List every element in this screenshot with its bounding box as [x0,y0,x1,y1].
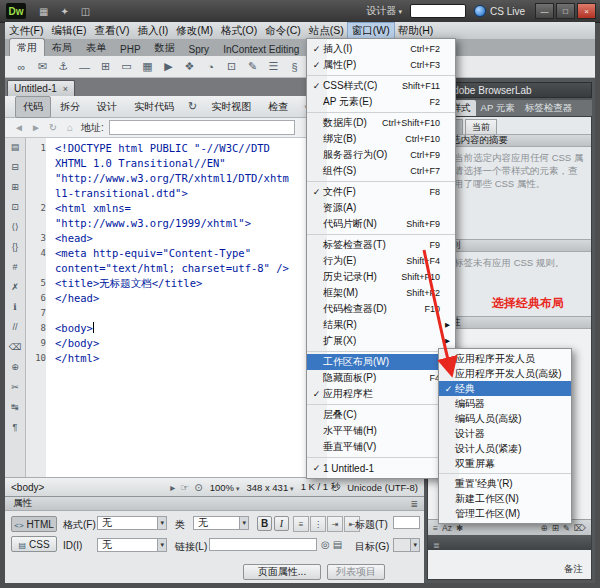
table-icon[interactable]: ⊞ [97,58,114,75]
link-input[interactable] [209,538,317,551]
ordered-list-icon[interactable]: ⋮ [310,516,326,532]
line-numbers-icon[interactable]: # [12,262,17,273]
menu-item[interactable]: 层叠(C) [307,407,455,423]
id-select[interactable]: 无 [97,538,167,552]
menu-item[interactable]: 行为(E) Shift+F4 [307,253,455,269]
menu-item[interactable]: 重置'经典'(R) [439,476,571,491]
menu-item[interactable]: 垂直平铺(V) [307,439,455,455]
browse-folder-icon[interactable]: ▤ [333,539,342,550]
class-select[interactable]: 无 [193,516,249,530]
show-set-properties-icon[interactable]: ✱ [456,523,463,533]
hyperlink-icon[interactable]: ∞ [13,58,30,75]
info-bar-icon[interactable]: ℹ [13,302,16,313]
cs-live-button[interactable]: CS Live [474,5,525,17]
menu-item[interactable]: 编码器 [439,396,571,411]
menubar-item[interactable]: 插入(I) [133,23,172,39]
menu-item[interactable]: 设计人员(紧凑) [439,441,571,456]
horizontal-rule-icon[interactable]: — [76,58,93,75]
indent-icon[interactable]: ⇥ [327,516,343,532]
menubar-item[interactable]: 查看(V) [90,23,133,39]
menu-item[interactable]: 应用程序开发人员 [439,351,571,366]
maximize-button[interactable]: □ [556,3,575,19]
attach-stylesheet-icon[interactable]: ⊕ [541,523,548,533]
title-input[interactable] [393,516,420,529]
menubar-item[interactable]: 帮助(H) [394,23,438,39]
insert-category-tab[interactable]: Spry [182,42,217,56]
menubar-item[interactable]: 格式(O) [217,23,261,39]
search-input[interactable] [410,4,466,18]
unordered-list-icon[interactable]: ≡ [293,516,309,532]
apply-comment-icon[interactable]: // [12,322,17,333]
bold-button[interactable]: B [257,516,272,531]
menu-item[interactable]: ✓ 属性(P) Ctrl+F3 [307,57,455,73]
address-input[interactable] [109,120,295,135]
view-mode-button[interactable]: 检查 [260,96,296,118]
view-mode-button[interactable]: 拆分 [52,96,88,118]
menu-item[interactable]: 双重屏幕 [439,456,571,471]
properties-panel-header[interactable]: 属性 [5,497,424,511]
recent-snippets-icon[interactable]: ✂ [11,382,19,393]
script-icon[interactable]: § [286,58,303,75]
menu-item[interactable]: 绑定(B) Ctrl+F10 [307,131,455,147]
site-icon[interactable]: ◫ [75,6,96,17]
workspace-switcher[interactable]: 设计器 [367,4,402,18]
layout-switcher-icon[interactable]: ▦ [33,6,54,17]
view-mode-button[interactable]: 代码 [15,96,51,118]
menu-item[interactable]: 管理工作区(M) [439,506,571,521]
menu-item[interactable]: 历史记录(H) Shift+F10 [307,269,455,285]
panel-tab[interactable]: AP 元素 [476,100,520,116]
menu-item[interactable]: ✓ 1 Untitled-1 [307,460,455,476]
menu-item[interactable]: 应用程序开发人员(高级) [439,366,571,381]
menu-item[interactable]: 服务器行为(O) Ctrl+F9 [307,147,455,163]
list-item-button[interactable]: 列表项目 [327,564,385,580]
view-mode-button[interactable]: 设计 [89,96,125,118]
show-category-view-icon[interactable]: ≡ [433,523,438,533]
menu-item[interactable]: ✓ 经典 [439,381,571,396]
menu-item[interactable]: 工作区布局(W) ▶ [307,354,455,370]
forward-icon[interactable]: ► [30,122,42,133]
format-select[interactable]: 无 [97,516,167,530]
menu-item[interactable]: 隐藏面板(P) F4 [307,370,455,386]
view-mode-button[interactable]: 实时视图 [203,96,259,118]
widget-icon[interactable]: ❖ [181,58,198,75]
insert-category-tab[interactable]: InContext Editing [216,42,306,56]
select-tool-icon[interactable]: ▸ [170,482,175,493]
head-icon[interactable]: ☰ [265,58,282,75]
delete-rule-icon[interactable]: ⌦ [574,523,586,533]
menu-item[interactable]: 资源(A) [307,200,455,216]
insert-category-tab[interactable]: PHP [113,42,148,56]
collapsed-panel-header[interactable] [428,535,591,550]
window-size-select[interactable]: 348 x 431 [246,482,293,493]
panel-menu-icon[interactable] [410,498,418,509]
italic-button[interactable]: I [274,516,289,531]
menu-item[interactable]: 结果(R) ▶ [307,317,455,333]
menubar-item[interactable]: 文件(F) [5,23,47,39]
date-icon[interactable]: ◔ [202,58,219,75]
menu-item[interactable]: 新建工作区(N) [439,491,571,506]
refresh-icon[interactable]: ↻ [183,97,202,116]
collapse-selection-icon[interactable]: ⊞ [11,182,19,193]
menu-item[interactable]: 编码人员(高级) [439,411,571,426]
menu-item[interactable]: ✓ 文件(F) F8 [307,184,455,200]
view-mode-button[interactable]: 实时代码 [126,96,182,118]
close-button[interactable]: × [577,3,596,19]
insert-category-tab[interactable]: 表单 [79,39,113,56]
menu-item[interactable]: AP 元素(E) F2 [307,94,455,110]
menu-item[interactable]: 设计器 [439,426,571,441]
menu-item[interactable]: 数据库(D) Ctrl+Shift+F10 [307,115,455,131]
zoom-tool-icon[interactable]: ⊙ [194,482,202,493]
css-mode-button[interactable]: CSS [11,536,57,552]
document-tab[interactable]: Untitled-1 × [7,80,75,96]
html-mode-button[interactable]: HTML [11,516,57,532]
show-list-view-icon[interactable]: Az [442,523,452,533]
insert-category-tab[interactable]: 常用 [9,38,45,56]
menubar-item[interactable]: 站点(S) [305,23,348,39]
move-css-icon[interactable]: ↹ [11,402,19,413]
menubar-item[interactable]: 命令(C) [261,23,305,39]
open-documents-icon[interactable]: ▤ [11,142,20,153]
menu-item[interactable]: 代码片断(N) Shift+F9 [307,216,455,232]
tag-selector[interactable]: <body> [11,482,44,493]
menubar-item[interactable]: 修改(M) [172,23,217,39]
media-icon[interactable]: ▶ [160,58,177,75]
menu-item[interactable]: 组件(S) Ctrl+F7 [307,163,455,179]
